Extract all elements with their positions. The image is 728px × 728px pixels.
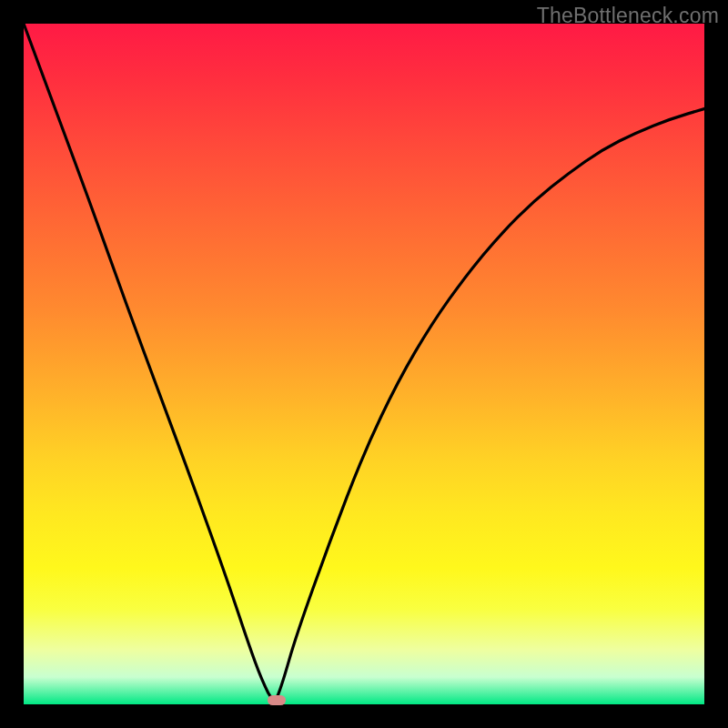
chart-plot-area: [24, 24, 704, 704]
curve-path: [24, 24, 704, 699]
watermark-text: TheBottleneck.com: [537, 4, 719, 28]
optimum-marker: [268, 695, 286, 705]
bottleneck-curve: [24, 24, 704, 704]
chart-frame: TheBottleneck.com: [0, 0, 728, 728]
